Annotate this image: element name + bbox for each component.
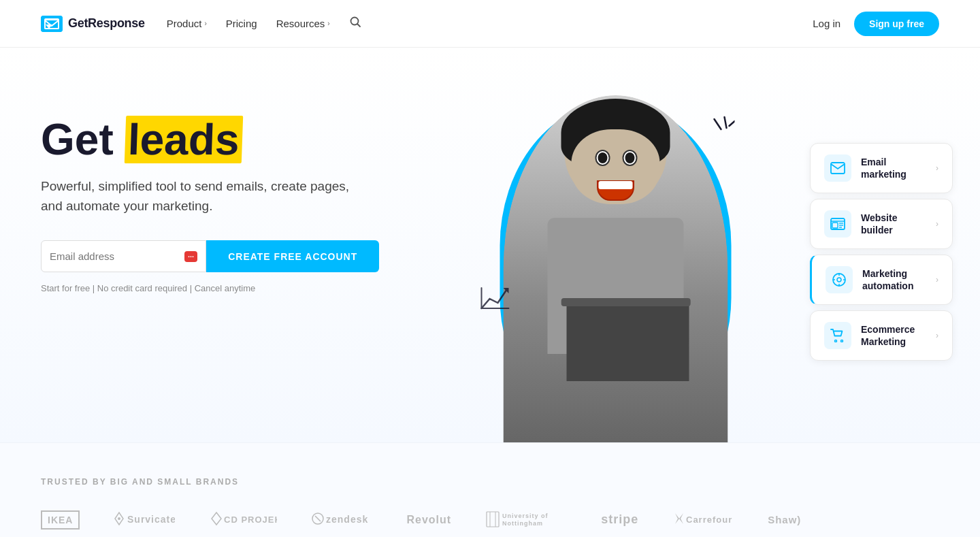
logo-text: GetResponse [68, 16, 145, 31]
website-builder-icon [824, 210, 851, 238]
brand-zendesk: zendesk [311, 511, 372, 528]
feature-card-email[interactable]: Emailmarketing › [810, 143, 953, 193]
brand-logos: IKEA Survicate CD PROJEKT zendesk Revolu… [41, 508, 939, 531]
brand-nottingham: University of Nottingham [485, 508, 567, 531]
login-button[interactable]: Log in [813, 18, 840, 29]
nav-right: Log in Sign up free [813, 12, 939, 36]
logo[interactable]: GetResponse [41, 16, 145, 32]
svg-text:University of: University of [502, 512, 549, 519]
email-dots-icon: ··· [184, 251, 197, 262]
svg-line-3 [357, 25, 360, 27]
svg-text:Survicate: Survicate [127, 514, 175, 525]
sparkle-lines [680, 116, 734, 159]
website-card-chevron-icon: › [936, 219, 938, 229]
hero-subtitle: Powerful, simplified tool to send emails… [41, 177, 368, 216]
signup-button[interactable]: Sign up free [854, 12, 939, 36]
nav-resources[interactable]: Resources › [276, 18, 330, 29]
svg-point-2 [350, 18, 358, 25]
automation-card-chevron-icon: › [936, 275, 938, 284]
svg-point-27 [118, 517, 120, 520]
create-account-button[interactable]: CREATE FREE ACCOUNT [206, 240, 379, 272]
svg-rect-13 [832, 223, 838, 228]
svg-rect-33 [487, 512, 499, 527]
svg-text:Carrefour: Carrefour [686, 515, 732, 525]
hero-title: Get leads [41, 116, 379, 163]
hero-disclaimer: Start for free | No credit card required… [41, 283, 379, 293]
search-icon[interactable] [349, 16, 361, 31]
nav-pricing[interactable]: Pricing [226, 18, 257, 29]
svg-line-32 [315, 516, 321, 521]
svg-rect-1 [45, 20, 59, 29]
email-marketing-label: Emailmarketing [861, 156, 906, 180]
website-builder-label: Websitebuilder [861, 212, 897, 236]
nav-links: Product › Pricing Resources › [167, 16, 361, 31]
brand-shaw: Shaw) [768, 514, 801, 525]
hero-right: Emailmarketing › Websitebuilder › [379, 88, 939, 442]
email-input-wrap: ··· [41, 240, 206, 272]
svg-marker-40 [679, 513, 683, 524]
product-chevron-icon: › [204, 20, 206, 27]
marketing-automation-icon [826, 266, 853, 293]
email-card-chevron-icon: › [936, 163, 938, 173]
feature-card-ecommerce[interactable]: EcommerceMarketing › [810, 310, 953, 361]
marketing-automation-label: Marketingautomation [862, 267, 913, 292]
brand-revolut: Revolut [406, 514, 451, 526]
nav-product[interactable]: Product › [167, 18, 207, 29]
svg-point-23 [835, 340, 837, 342]
trusted-label: TRUSTED BY BIG AND SMALL BRANDS [41, 477, 939, 487]
brand-cdprojekt: CD PROJEKT [209, 511, 277, 528]
email-marketing-icon [824, 154, 851, 182]
resources-chevron-icon: › [327, 20, 329, 27]
hero-left: Get leads Powerful, simplified tool to s… [41, 88, 379, 293]
email-input[interactable] [50, 241, 179, 272]
brand-ikea: IKEA [41, 510, 80, 530]
feature-cards: Emailmarketing › Websitebuilder › [810, 143, 953, 361]
trusted-section: TRUSTED BY BIG AND SMALL BRANDS IKEA Sur… [0, 442, 980, 537]
ecommerce-marketing-icon [824, 322, 851, 349]
svg-point-18 [837, 278, 841, 282]
hero-highlight: leads [125, 116, 243, 163]
svg-point-24 [841, 340, 843, 342]
brand-stripe: stripe [601, 512, 638, 527]
chart-icon [476, 280, 513, 320]
svg-line-9 [729, 121, 734, 126]
ecommerce-marketing-label: EcommerceMarketing [861, 323, 915, 348]
feature-card-website[interactable]: Websitebuilder › [810, 199, 953, 249]
svg-text:CD PROJEKT: CD PROJEKT [224, 515, 277, 525]
svg-marker-29 [212, 512, 221, 525]
feature-card-automation[interactable]: Marketingautomation › [810, 255, 953, 305]
svg-rect-0 [41, 16, 63, 32]
svg-line-8 [724, 117, 726, 128]
nav-left: GetResponse Product › Pricing Resources … [41, 16, 361, 32]
hero-section: Get leads Powerful, simplified tool to s… [0, 48, 980, 442]
svg-text:Nottingham: Nottingham [502, 520, 543, 527]
svg-line-7 [714, 119, 721, 129]
ecommerce-card-chevron-icon: › [936, 331, 938, 340]
brand-carrefour: Carrefour [672, 511, 734, 528]
svg-marker-39 [675, 513, 679, 524]
svg-text:zendesk: zendesk [326, 514, 368, 525]
hero-form: ··· CREATE FREE ACCOUNT [41, 240, 379, 272]
brand-survicate: Survicate [114, 511, 175, 528]
logo-icon [41, 16, 63, 32]
hero-image-area [469, 82, 762, 442]
navbar: GetResponse Product › Pricing Resources … [0, 0, 980, 48]
